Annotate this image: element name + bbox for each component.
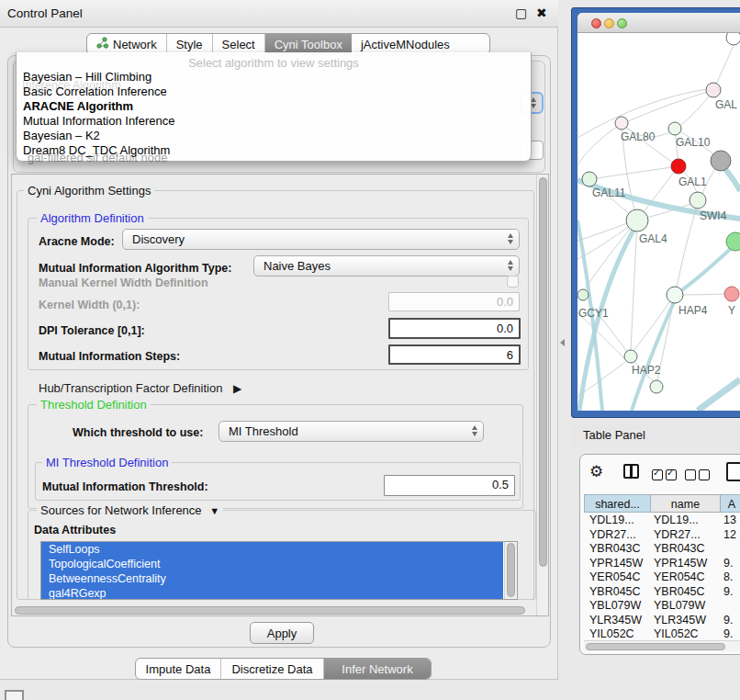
table-cell[interactable]: YPR145W (589, 557, 643, 570)
vertical-scrollbar-thumb[interactable] (539, 177, 547, 567)
table-cell[interactable]: YBR045C (589, 585, 641, 598)
table-cell[interactable]: 8. (723, 570, 733, 583)
mi-algorithm-type-label: Mutual Information Algorithm Type: (39, 262, 231, 275)
table-cell[interactable]: 12 (723, 528, 736, 541)
panel-divider[interactable] (558, 0, 571, 700)
deselect-all-checkboxes-icon[interactable] (685, 468, 710, 484)
column-layout-icon[interactable] (623, 464, 639, 479)
tab-discretize-data[interactable]: Discretize Data (221, 659, 324, 679)
popup-item-bayesian-k2[interactable]: Bayesian – K2 (17, 129, 531, 143)
zoom-traffic-light-icon[interactable] (617, 18, 627, 28)
column-header-name[interactable]: name (651, 494, 721, 513)
horizontal-scrollbar-thumb[interactable] (15, 606, 525, 615)
list-item-gal4rgexp[interactable]: gal4RGexp (41, 586, 503, 600)
table-cell[interactable]: YBR043C (654, 542, 705, 555)
table-cell[interactable]: 9. (723, 614, 733, 627)
table-cell[interactable]: YDR27... (589, 528, 636, 541)
list-scrollbar-thumb[interactable] (507, 543, 515, 597)
node-label: GAL80 (621, 130, 655, 143)
table-cell[interactable]: YDL19... (589, 514, 634, 526)
close-window-icon[interactable]: ✖ (536, 6, 547, 20)
hub-transcription-section-toggle[interactable]: Hub/Transcription Factor Definition ▶ (39, 381, 241, 395)
network-node-hap2[interactable] (624, 350, 637, 363)
list-vertical-scrollbar[interactable] (504, 542, 517, 599)
network-node-hap4[interactable] (667, 287, 683, 303)
list-item-topologicalcoefficient[interactable]: TopologicalCoefficient (41, 557, 503, 571)
tab-select[interactable]: Select (213, 34, 265, 54)
table-cell[interactable]: YER054C (654, 570, 705, 583)
mi-algorithm-type-combobox[interactable]: Naive Bayes (253, 255, 520, 277)
list-item-betweennesscentrality[interactable]: BetweennessCentrality (41, 571, 503, 586)
network-node[interactable] (726, 33, 740, 45)
network-node[interactable] (650, 380, 663, 393)
divider-collapse-arrow-icon[interactable] (560, 339, 565, 346)
table-scrollbar-thumb[interactable] (586, 643, 725, 650)
minimized-panel-icon[interactable] (5, 690, 24, 700)
network-node-swi4[interactable] (690, 192, 706, 209)
network-node-gcy1[interactable] (577, 289, 589, 300)
tab-network[interactable]: Network (87, 34, 167, 54)
table-cell[interactable]: YER054C (589, 570, 641, 583)
table-cell[interactable]: 9. (723, 627, 733, 639)
network-node[interactable] (711, 151, 731, 171)
float-window-icon[interactable]: ▢ (515, 6, 527, 20)
tab-cyni-toolbox[interactable]: Cyni Toolbox (265, 34, 352, 54)
network-node-gal10[interactable] (668, 122, 681, 135)
table-cell[interactable]: YIL052C (589, 627, 634, 639)
control-panel: Control Panel ▢ ✖ Network Style S (0, 0, 558, 680)
apply-button[interactable]: Apply (250, 622, 314, 644)
table-cell[interactable]: YBL079W (654, 599, 705, 612)
algorithm-dropdown-popup: Select algorithm to view settings Bayesi… (16, 52, 532, 162)
table-cell[interactable]: YBR043C (589, 542, 641, 555)
tab-jactivemnodules[interactable]: jActiveMNodules (352, 34, 459, 54)
column-header-shared-name[interactable]: shared... (584, 494, 651, 513)
select-all-checkboxes-icon[interactable] (652, 468, 677, 484)
column-header-a[interactable]: A (721, 494, 740, 513)
network-icon (96, 37, 108, 51)
ghost-inference-algorithm-label: Inference Algorithm (22, 79, 121, 92)
network-node-gal4[interactable] (626, 209, 648, 231)
manual-kernel-width-checkbox[interactable] (507, 276, 519, 288)
close-traffic-light-icon[interactable] (591, 18, 601, 28)
network-node-gal1[interactable] (671, 159, 686, 174)
sources-group-title[interactable]: Sources for Network Inference ▼ (37, 503, 223, 517)
node-label: GCY1 (578, 307, 609, 320)
table-cell[interactable]: YLR345W (654, 614, 706, 627)
tab-style[interactable]: Style (167, 34, 213, 54)
tab-impute-data[interactable]: Impute Data (136, 659, 221, 679)
network-window-titlebar[interactable] (577, 13, 740, 33)
popup-item-aracne[interactable]: ARACNE Algorithm (17, 99, 531, 114)
kernel-width-field[interactable]: 0.0 (388, 292, 520, 311)
minimize-traffic-light-icon[interactable] (604, 18, 614, 28)
network-node[interactable] (706, 83, 721, 97)
network-node[interactable] (724, 287, 739, 301)
table-cell[interactable]: 9. (723, 557, 733, 570)
tab-infer-network[interactable]: Infer Network (324, 659, 431, 679)
network-node[interactable] (726, 232, 740, 251)
network-node-gal80[interactable] (615, 117, 628, 130)
table-cell[interactable]: 13 (723, 514, 736, 526)
table-cell[interactable]: YIL052C (654, 627, 699, 639)
table-cell[interactable]: YBL079W (589, 599, 641, 612)
vertical-scrollbar[interactable] (536, 175, 548, 615)
mi-threshold-field[interactable]: 0.5 (384, 475, 515, 496)
aracne-mode-combobox[interactable]: Discovery (122, 229, 520, 250)
node-label: Y (728, 304, 735, 317)
which-threshold-combobox[interactable]: MI Threshold (219, 421, 484, 442)
list-item-selfloops[interactable]: SelfLoops (41, 542, 503, 557)
new-table-icon[interactable] (726, 462, 740, 481)
panel-title: Control Panel (7, 6, 83, 20)
network-node-gal11[interactable] (582, 172, 597, 186)
table-cell[interactable]: YLR345W (589, 614, 642, 627)
table-cell[interactable]: YDL19... (654, 514, 699, 526)
mi-steps-field[interactable]: 6 (388, 344, 521, 365)
table-cell[interactable]: 9. (723, 585, 733, 598)
table-cell[interactable]: YDR27... (654, 528, 701, 541)
popup-item-mutual-information[interactable]: Mutual Information Inference (17, 114, 531, 129)
table-horizontal-scrollbar[interactable] (584, 640, 740, 651)
table-cell[interactable]: YPR145W (654, 557, 707, 570)
dpi-tolerance-field[interactable]: 0.0 (388, 318, 521, 339)
gear-icon[interactable]: ⚙ (589, 462, 603, 481)
table-cell[interactable]: YBR045C (654, 585, 705, 598)
node-label: GAL11 (592, 186, 625, 199)
